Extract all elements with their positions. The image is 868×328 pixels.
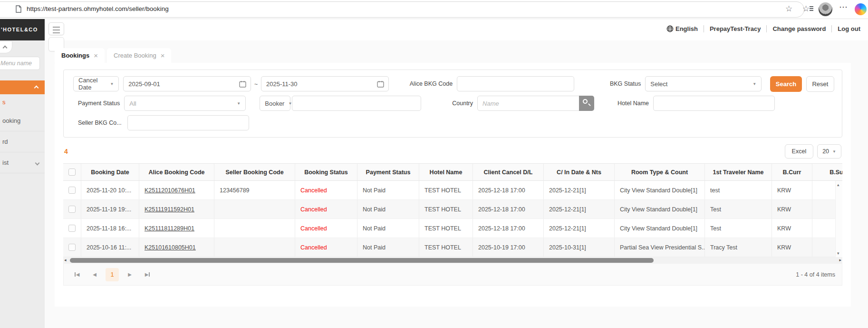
hotel-name-input[interactable]: [653, 96, 775, 111]
menu-search-input[interactable]: [0, 57, 40, 70]
booker-input[interactable]: [292, 96, 421, 111]
bkg-status-select[interactable]: Select▼: [645, 76, 762, 91]
current-page-button[interactable]: 1: [106, 268, 119, 281]
prev-page-button[interactable]: ◀: [88, 268, 101, 281]
booking-currency: KRW: [772, 219, 812, 238]
seller-bkg-code-input[interactable]: [127, 115, 249, 130]
alice-booking-code-link[interactable]: K25101610805H01: [145, 244, 196, 251]
toolbar-actions: Excel 20▼: [785, 144, 841, 159]
row-checkbox[interactable]: [68, 187, 76, 194]
divider: [766, 25, 767, 32]
date-from-field[interactable]: 2025-09-01: [123, 76, 251, 91]
hotel-name-label: Hotel Name: [617, 100, 649, 107]
last-page-button[interactable]: ▶: [141, 268, 154, 281]
sidebar-item-list[interactable]: ist: [0, 152, 45, 173]
select-all-checkbox[interactable]: [68, 169, 76, 176]
menu-toggle-button[interactable]: [48, 22, 64, 35]
sidebar-item-bookings[interactable]: s: [0, 94, 45, 110]
traveler-name: Tracy Test: [705, 238, 772, 257]
alice-booking-code-link[interactable]: K25112010676H01: [145, 187, 195, 194]
col-payment-status[interactable]: Payment Status: [357, 164, 419, 181]
alice-booking-code-link[interactable]: K25111811289H01: [145, 225, 194, 232]
change-password-link[interactable]: Change password: [772, 25, 826, 32]
col-traveler[interactable]: 1st Traveler Name: [705, 164, 772, 181]
payment-status: Not Paid: [357, 181, 419, 199]
main-area: English PrepayTest-Tracy Change password…: [45, 19, 868, 328]
scroll-up-icon[interactable]: ▴: [837, 182, 839, 187]
content-card: Cancel Date▼ 2025-09-01 ~ 2025-11-30 Ali…: [55, 63, 851, 307]
col-client-cancel[interactable]: Client Cancel D/L: [473, 164, 544, 181]
table-row[interactable]: 2025-10-16 11:... K25101610805H01 Cancel…: [63, 238, 842, 257]
scrollbar-thumb[interactable]: [70, 258, 654, 263]
row-checkbox[interactable]: [68, 244, 76, 251]
favorite-star-icon[interactable]: ☆: [785, 4, 792, 14]
horizontal-scrollbar[interactable]: ◂ ▸: [63, 257, 842, 264]
table-row[interactable]: 2025-11-19 19:... K25111911592H01 Cancel…: [63, 200, 842, 219]
col-booking-status[interactable]: Booking Status: [295, 164, 357, 181]
vertical-scrollbar[interactable]: ▴ ▾: [835, 181, 842, 257]
search-icon: [583, 99, 588, 104]
country-input[interactable]: [477, 96, 580, 111]
booker-label: Booker: [265, 100, 284, 107]
sidebar-collapse-button[interactable]: [0, 41, 12, 53]
col-checkin[interactable]: C/ In Date & Nts: [544, 164, 615, 181]
alice-bkg-code-input[interactable]: [457, 76, 574, 91]
caret-icon: ▼: [237, 101, 241, 106]
scroll-right-icon[interactable]: ▸: [839, 258, 841, 262]
booking-status: Cancelled: [295, 200, 357, 219]
scroll-left-icon[interactable]: ◂: [64, 258, 67, 262]
seller-booking-code: 123456789: [214, 181, 295, 199]
account-name[interactable]: PrepayTest-Tracy: [710, 25, 761, 32]
row-checkbox[interactable]: [68, 225, 76, 232]
url-text[interactable]: https://test-partners.ohmyhotel.com/sell…: [27, 5, 169, 12]
language-label: English: [675, 25, 698, 32]
tab-bookings[interactable]: Bookings ×: [55, 48, 105, 63]
close-icon[interactable]: ×: [161, 51, 165, 60]
country-search-button[interactable]: [579, 96, 594, 111]
filter-row-2: Payment Status All▼ Booker▼ Country Hote…: [71, 96, 834, 111]
scroll-down-icon[interactable]: ▾: [837, 251, 839, 256]
sidebar-item-create-booking[interactable]: ooking: [0, 110, 45, 131]
booker-dropdown[interactable]: Booker▼: [260, 96, 290, 111]
caret-icon: ▼: [288, 101, 292, 106]
divider: [704, 25, 704, 32]
excel-export-button[interactable]: Excel: [785, 144, 814, 159]
seller-bkg-code-label: Seller BKG Co...: [78, 119, 122, 126]
payment-status-label: Payment Status: [78, 100, 120, 107]
page-size-select[interactable]: 20▼: [817, 144, 841, 159]
sidebar-group-header[interactable]: [0, 80, 45, 94]
booking-currency: KRW: [772, 181, 812, 199]
pagination-bar: ◀ ◀ 1 ▶ ▶ 1 - 4 of 4 items: [63, 264, 842, 286]
next-page-button[interactable]: ▶: [123, 268, 136, 281]
close-icon[interactable]: ×: [94, 51, 98, 60]
language-switcher[interactable]: English: [666, 25, 698, 32]
site-info-icon[interactable]: [15, 5, 22, 13]
col-room-type[interactable]: Room Type & Count: [615, 164, 705, 181]
col-bsum[interactable]: B.Sum A: [812, 164, 842, 181]
date-type-dropdown[interactable]: Cancel Date▼: [73, 76, 119, 91]
date-type-value: Cancel Date: [78, 77, 106, 91]
date-to-field[interactable]: 2025-11-30: [261, 76, 389, 91]
first-page-button[interactable]: ◀: [70, 268, 84, 281]
alice-booking-code-link[interactable]: K25111911592H01: [145, 206, 194, 213]
sidebar-item-dashboard[interactable]: rd: [0, 131, 45, 152]
col-hotel-name[interactable]: Hotel Name: [419, 164, 473, 181]
collections-icon[interactable]: ☆: [802, 4, 810, 14]
col-seller-booking-code[interactable]: Seller Booking Code: [214, 164, 295, 181]
globe-icon: [666, 25, 674, 32]
search-button[interactable]: Search: [770, 76, 802, 92]
reset-button[interactable]: Reset: [806, 76, 834, 92]
col-bcurr[interactable]: B.Curr: [772, 164, 812, 181]
browser-profile-avatar[interactable]: [819, 2, 832, 16]
col-booking-date[interactable]: Booking Date: [81, 164, 139, 181]
col-alice-booking-code[interactable]: Alice Booking Code: [139, 164, 214, 181]
row-checkbox[interactable]: [68, 206, 76, 213]
payment-status-select[interactable]: All▼: [124, 96, 246, 111]
table-row[interactable]: 2025-11-18 16:... K25111811289H01 Cancel…: [63, 219, 842, 238]
tab-label: Create Booking: [114, 52, 156, 59]
logout-link[interactable]: Log out: [838, 25, 860, 32]
tab-create-booking[interactable]: Create Booking ×: [107, 48, 171, 63]
copilot-icon[interactable]: [855, 3, 867, 15]
browser-menu-icon[interactable]: ⋯: [839, 2, 848, 12]
table-row[interactable]: 2025-11-20 10:... K25112010676H01 123456…: [63, 181, 842, 200]
